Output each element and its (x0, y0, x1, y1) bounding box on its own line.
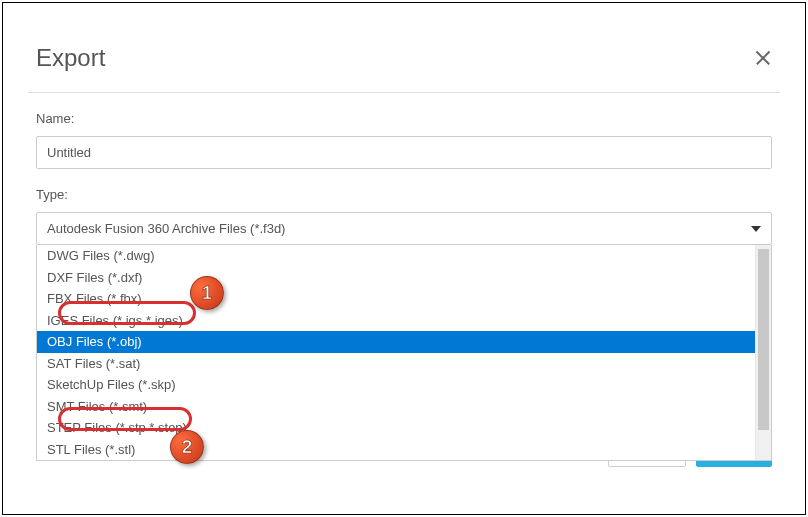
dropdown-option[interactable]: SketchUp Files (*.skp) (37, 374, 771, 396)
name-input[interactable] (36, 136, 772, 169)
type-select[interactable]: Autodesk Fusion 360 Archive Files (*.f3d… (36, 212, 772, 245)
type-selected-value: Autodesk Fusion 360 Archive Files (*.f3d… (47, 221, 285, 236)
dialog-body: Name: Type: Autodesk Fusion 360 Archive … (28, 93, 780, 245)
dropdown-option[interactable]: IGES Files (*.igs *.iges) (37, 310, 771, 332)
export-dialog: Export Name: Type: Autodesk Fusion 360 A… (28, 32, 780, 485)
scrollbar-thumb[interactable] (758, 249, 769, 430)
type-dropdown: DWG Files (*.dwg)DXF Files (*.dxf)FBX Fi… (36, 245, 772, 461)
dropdown-option[interactable]: SMT Files (*.smt) (37, 396, 771, 418)
dropdown-option[interactable]: DXF Files (*.dxf) (37, 267, 771, 289)
dialog-title: Export (36, 44, 105, 72)
callout-badge-1: 1 (190, 276, 224, 310)
chevron-down-icon (751, 226, 761, 232)
dropdown-option[interactable]: FBX Files (*.fbx) (37, 288, 771, 310)
dropdown-option[interactable]: STEP Files (*.stp *.step) (37, 417, 771, 439)
type-section: Type: Autodesk Fusion 360 Archive Files … (36, 187, 772, 245)
dialog-header: Export (28, 32, 780, 93)
dropdown-option[interactable]: DWG Files (*.dwg) (37, 245, 771, 267)
dropdown-option[interactable]: OBJ Files (*.obj) (37, 331, 771, 353)
dropdown-option[interactable]: STL Files (*.stl) (37, 439, 771, 461)
dropdown-option[interactable]: SAT Files (*.sat) (37, 353, 771, 375)
name-label: Name: (36, 111, 772, 126)
type-select-wrapper: Autodesk Fusion 360 Archive Files (*.f3d… (36, 212, 772, 245)
dropdown-scrollbar[interactable] (755, 245, 771, 460)
close-icon[interactable] (754, 49, 772, 67)
dropdown-options: DWG Files (*.dwg)DXF Files (*.dxf)FBX Fi… (37, 245, 771, 460)
callout-badge-2: 2 (170, 430, 204, 464)
type-label: Type: (36, 187, 772, 202)
